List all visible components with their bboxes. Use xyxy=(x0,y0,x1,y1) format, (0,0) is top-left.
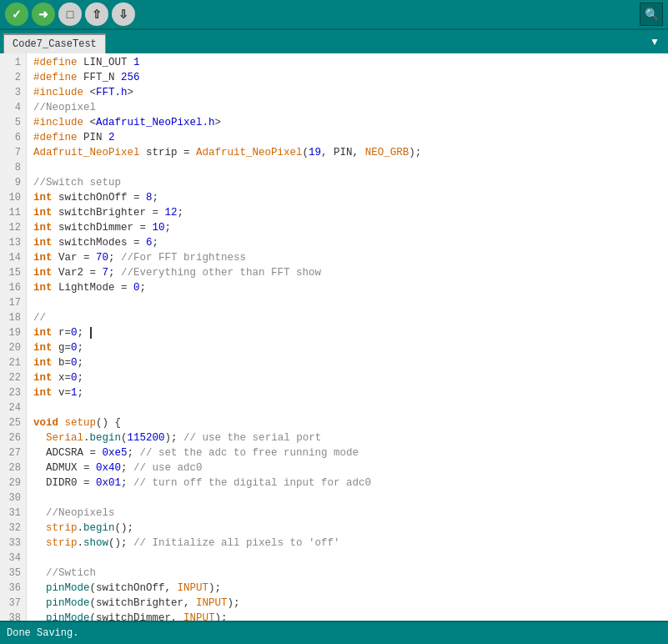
code-line: int g=0; xyxy=(33,340,668,355)
verify-button[interactable]: ✓ xyxy=(5,3,28,26)
code-line: //Switch setup xyxy=(33,175,668,190)
code-line: strip.show(); // Initialize all pixels t… xyxy=(33,536,668,551)
code-line: int switchModes = 6; xyxy=(33,235,668,250)
code-line: ADCSRA = 0xe5; // set the adc to free ru… xyxy=(33,445,668,460)
code-line: //Neopixel xyxy=(33,100,668,115)
new-button[interactable]: □ xyxy=(58,3,82,26)
editor: 12345 678910 1112131415 1617181920 21222… xyxy=(0,53,668,621)
code-line: pinMode(switchDimmer, INPUT); xyxy=(33,611,668,621)
code-line: DIDR0 = 0x01; // turn off the digital in… xyxy=(33,475,668,491)
code-line xyxy=(33,160,668,175)
status-text: Done Saving. xyxy=(7,627,78,639)
code-line: int Var = 70; //For FFT brightness xyxy=(33,250,668,265)
code-line xyxy=(33,551,668,566)
code-line: strip.begin(); xyxy=(33,521,668,536)
code-line: #include <FFT.h> xyxy=(33,85,668,100)
code-line: //Neopixels xyxy=(33,506,668,521)
code-line: Serial.begin(115200); // use the serial … xyxy=(33,430,668,445)
code-line: int v=1; xyxy=(33,385,668,400)
code-line xyxy=(33,491,668,506)
save-button[interactable]: ⇩ xyxy=(112,3,135,26)
code-area[interactable]: #define LIN_OUT 1 #define FFT_N 256 #inc… xyxy=(27,53,668,621)
code-line xyxy=(33,295,668,310)
open-button[interactable]: ⇧ xyxy=(85,3,108,26)
code-line: #define FFT_N 256 xyxy=(33,70,668,85)
code-line: int switchBrighter = 12; xyxy=(33,205,668,220)
toolbar: ✓ ➜ □ ⇧ ⇩ 🔍 xyxy=(0,0,668,30)
toolbar-right: 🔍 xyxy=(640,3,663,26)
code-line: int switchOnOff = 8; xyxy=(33,190,668,205)
code-line: void setup() { xyxy=(33,415,668,430)
code-line: int LightMode = 0; xyxy=(33,280,668,295)
code-line: #define PIN 2 xyxy=(33,130,668,145)
statusbar: Done Saving. xyxy=(0,621,668,644)
code-line: int b=0; xyxy=(33,355,668,370)
line-numbers: 12345 678910 1112131415 1617181920 21222… xyxy=(0,53,27,621)
tabbar: Code7_CaseTest ▼ xyxy=(0,30,668,53)
code-line: int Var2 = 7; //Everything other than FF… xyxy=(33,265,668,280)
code-line: Adafruit_NeoPixel strip = Adafruit_NeoPi… xyxy=(33,145,668,160)
tab-dropdown-button[interactable]: ▼ xyxy=(645,30,665,53)
code-line xyxy=(33,400,668,415)
tab-code7[interactable]: Code7_CaseTest xyxy=(3,33,106,53)
upload-button[interactable]: ➜ xyxy=(32,3,55,26)
code-line: //Swtich xyxy=(33,566,668,581)
code-line: #define LIN_OUT 1 xyxy=(33,55,668,70)
code-line: int x=0; xyxy=(33,370,668,385)
code-line: ADMUX = 0x40; // use adc0 xyxy=(33,460,668,475)
code-line: pinMode(switchBrighter, INPUT); xyxy=(33,596,668,611)
code-line: pinMode(switchOnOff, INPUT); xyxy=(33,581,668,596)
code-line: #include <Adafruit_NeoPixel.h> xyxy=(33,115,668,130)
code-line: int r=0; xyxy=(33,325,668,340)
code-line: // xyxy=(33,310,668,325)
tab-label: Code7_CaseTest xyxy=(13,38,97,50)
search-icon[interactable]: 🔍 xyxy=(640,3,663,26)
code-line: int switchDimmer = 10; xyxy=(33,220,668,235)
